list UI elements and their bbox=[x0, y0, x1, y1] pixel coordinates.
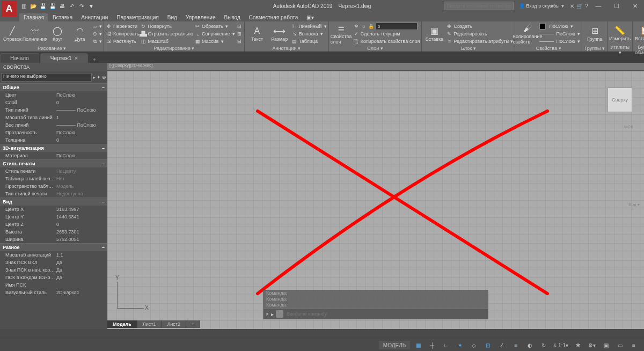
layout-add-button[interactable]: + bbox=[186, 320, 200, 328]
prop-row[interactable]: ЦветПоСлою bbox=[0, 91, 107, 99]
prop-value[interactable]: 1 bbox=[56, 115, 107, 120]
modify-extra-3[interactable]: ⊟ bbox=[236, 38, 243, 45]
table-button[interactable]: ▤Таблица bbox=[291, 38, 327, 45]
panel-annotation-label[interactable]: Аннотации ▾ bbox=[246, 46, 327, 52]
prop-row[interactable]: Центр Z0 bbox=[0, 221, 107, 228]
selection-combo[interactable]: Ничего не выбрано bbox=[1, 73, 92, 82]
layout-sheet2[interactable]: Лист2 bbox=[162, 320, 186, 328]
tab-more-icon[interactable]: ▣▾ bbox=[302, 13, 318, 21]
layer-properties-button[interactable]: ≣Свойства слоя bbox=[331, 23, 352, 45]
exchange-icon[interactable]: ✕ bbox=[570, 3, 574, 9]
section-view[interactable]: Вид– bbox=[0, 198, 107, 206]
make-current-button[interactable]: ✓Сделать текущим bbox=[353, 31, 420, 38]
maximize-button[interactable]: ☐ bbox=[609, 1, 625, 11]
group-button[interactable]: ⊞Группа bbox=[584, 23, 605, 45]
close-button[interactable]: ✕ bbox=[627, 1, 643, 11]
prop-row[interactable]: Ширина5752.0051 bbox=[0, 236, 107, 243]
layer-state-icon[interactable]: ❄ bbox=[353, 23, 360, 30]
prop-value[interactable]: Да bbox=[56, 260, 107, 265]
section-misc[interactable]: Разное– bbox=[0, 243, 107, 251]
tab-insert[interactable]: Вставка bbox=[48, 13, 77, 21]
prop-row[interactable]: Центр X3163.4997 bbox=[0, 206, 107, 213]
prop-row[interactable]: Знак ПСК в нач. коо…Да bbox=[0, 266, 107, 274]
tab-manage[interactable]: Управление bbox=[181, 13, 220, 21]
linetype-combo[interactable]: ——— ПоСлою ▾ bbox=[539, 38, 580, 45]
view-cube-face[interactable]: Сверху bbox=[608, 87, 632, 112]
status-model-button[interactable]: МОДЕЛЬ bbox=[379, 341, 410, 349]
match-properties-button[interactable]: 🖌Копирование свойств bbox=[517, 23, 538, 45]
save-icon[interactable]: 💾 bbox=[39, 2, 47, 10]
layer-combo[interactable]: 0 bbox=[376, 23, 418, 30]
tab-view[interactable]: Вид bbox=[163, 13, 181, 21]
status-annotation-icon[interactable]: ✱ bbox=[572, 341, 584, 349]
prop-value[interactable]: ПоСлою bbox=[56, 92, 107, 98]
lineweight-combo[interactable]: ——— ПоСлою ▾ bbox=[539, 31, 580, 38]
section-general[interactable]: Общие– bbox=[0, 83, 107, 91]
trim-button[interactable]: ✂Обрезать ▾ bbox=[194, 23, 235, 30]
array-button[interactable]: ▦Массив ▾ bbox=[194, 38, 235, 45]
prop-row[interactable]: Визуальный стиль2D-каркас bbox=[0, 289, 107, 296]
prop-value[interactable]: 0 bbox=[56, 222, 107, 227]
panel-properties-label[interactable]: Свойства ▾ bbox=[517, 46, 580, 52]
quick-select-icon[interactable]: ▸ bbox=[93, 75, 96, 80]
misc-draw-3[interactable]: ⧉▾ bbox=[92, 38, 102, 45]
prop-row[interactable]: Тип линий———— ПоСлою bbox=[0, 106, 107, 114]
sign-in-button[interactable]: 👤Вход в службы▼ bbox=[516, 2, 568, 10]
scale-button[interactable]: ◫Масштаб bbox=[140, 38, 193, 45]
fillet-button[interactable]: ◟Сопряжение ▾ bbox=[194, 31, 235, 38]
section-3d[interactable]: 3D-визуализация– bbox=[0, 144, 107, 152]
prop-value[interactable]: ———— ПоСлою bbox=[56, 107, 107, 113]
layout-sheet1[interactable]: Лист1 bbox=[137, 320, 162, 328]
arc-button[interactable]: ◠Дуга bbox=[69, 23, 91, 45]
start-tab[interactable]: Начало bbox=[0, 53, 39, 63]
tab-output[interactable]: Вывод bbox=[220, 13, 245, 21]
pickadd-icon[interactable]: ⊕ bbox=[102, 75, 106, 80]
panel-draw-label[interactable]: Рисование ▾ bbox=[2, 46, 102, 52]
prop-value[interactable]: Недоступно bbox=[56, 191, 107, 196]
status-annoscale[interactable]: ⅄ 1:1▾ bbox=[552, 341, 570, 349]
redo-icon[interactable]: ↷ bbox=[77, 2, 86, 10]
viewport-label[interactable]: [-][Сверху][2D-каркас] bbox=[107, 63, 644, 71]
cart-icon[interactable]: 🛒 bbox=[576, 3, 583, 9]
dimension-button[interactable]: ⟷Размер bbox=[269, 23, 290, 45]
status-customize-icon[interactable]: ≡ bbox=[628, 341, 640, 349]
view-cube[interactable]: Сверху bbox=[604, 84, 636, 116]
layout-model[interactable]: Модель bbox=[107, 320, 137, 328]
prop-row[interactable]: Вес линий———— ПоСлою bbox=[0, 121, 107, 129]
plot-icon[interactable]: 🖶 bbox=[58, 2, 67, 10]
open-icon[interactable]: 📂 bbox=[29, 2, 38, 10]
status-snap-icon[interactable]: ┼ bbox=[426, 341, 438, 349]
prop-row[interactable]: Тип стилей печатиНедоступно bbox=[0, 190, 107, 198]
prop-value[interactable]: 1:1 bbox=[56, 252, 107, 258]
color-combo[interactable]: ПоСлою ▾ bbox=[539, 23, 580, 30]
panel-layers-label[interactable]: Слои ▾ bbox=[331, 46, 420, 52]
tab-home[interactable]: Главная bbox=[19, 13, 48, 21]
prop-value[interactable]: ———— ПоСлою bbox=[56, 122, 107, 128]
stretch-button[interactable]: ⇲Растянуть bbox=[106, 38, 139, 45]
new-drawing-tab-button[interactable]: + bbox=[89, 57, 100, 63]
select-objects-icon[interactable]: ✦ bbox=[97, 75, 101, 80]
prop-row[interactable]: Знак ПСК ВКЛДа bbox=[0, 259, 107, 266]
status-cycling-icon[interactable]: ↻ bbox=[538, 341, 550, 349]
prop-row[interactable]: Имя ПСК bbox=[0, 281, 107, 289]
status-lwt-icon[interactable]: ≡ bbox=[510, 341, 522, 349]
command-close-icon[interactable]: × bbox=[266, 311, 269, 317]
copy-layer-props-button[interactable]: ⿻Копировать свойства слоя bbox=[353, 38, 420, 45]
prop-row[interactable]: МатериалПоСлою bbox=[0, 152, 107, 159]
drawing-area[interactable]: [-][Сверху][2D-каркас] Сверху МСК Вид ▾ … bbox=[107, 63, 644, 329]
prop-value[interactable]: Модель bbox=[56, 184, 107, 189]
prop-value[interactable]: Да bbox=[56, 267, 107, 273]
copy-button[interactable]: ⿻Копировать bbox=[106, 31, 139, 38]
status-iso-icon[interactable]: ◇ bbox=[468, 341, 480, 349]
panel-modify-label[interactable]: Редактирование ▾ bbox=[106, 46, 243, 52]
section-plot[interactable]: Стиль печати– bbox=[0, 159, 107, 167]
tab-annotate[interactable]: Аннотации bbox=[77, 13, 112, 21]
prop-row[interactable]: Масштаб типа линий1 bbox=[0, 114, 107, 121]
app-menu-button[interactable]: A bbox=[2, 1, 17, 17]
prop-row[interactable]: Центр Y1440.6841 bbox=[0, 213, 107, 221]
circle-button[interactable]: ◯Круг bbox=[47, 23, 68, 45]
prop-value[interactable]: 0 bbox=[56, 100, 107, 105]
prop-row[interactable]: Толщина0 bbox=[0, 136, 107, 144]
status-workspace-icon[interactable]: ⚙▾ bbox=[586, 341, 598, 349]
prop-value[interactable]: 0 bbox=[56, 137, 107, 143]
